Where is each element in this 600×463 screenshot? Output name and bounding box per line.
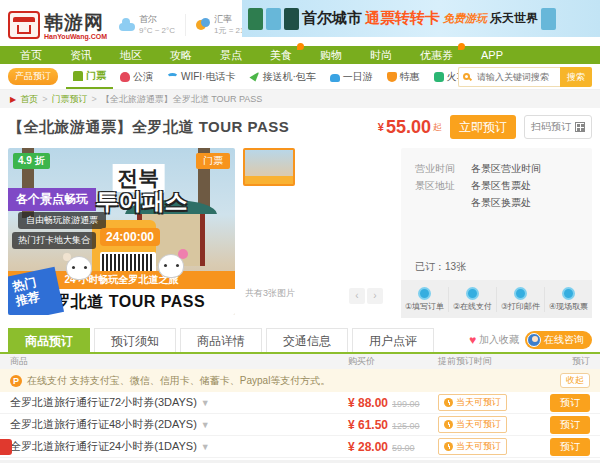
image-korean-title-2: 투어패스 (96, 186, 188, 217)
car-icon (330, 74, 340, 82)
chevron-down-icon[interactable]: ▼ (201, 442, 210, 452)
page-title: 【全北旅游通票】全罗北道 TOUR PASS (8, 118, 289, 137)
hot-icon (458, 43, 465, 50)
table-row: 全罗北道旅行通行证24小时券(1DAYS)▼ ¥ 28.0059.00 当天可预… (0, 436, 600, 458)
tab-booking-notes[interactable]: 预订须知 (94, 328, 176, 352)
breadcrumb-category[interactable]: 门票预订 (51, 93, 87, 106)
image-purple-banner: 各个景点畅玩 (8, 188, 96, 211)
train-icon (434, 72, 444, 82)
nav-item-region[interactable]: 地区 (106, 46, 156, 64)
nav-item-coupon[interactable]: 优惠券 (406, 46, 467, 64)
price-suffix: 起 (433, 121, 442, 134)
add-favorite-button[interactable]: ♥加入收藏 (469, 333, 519, 347)
nav-item-food[interactable]: 美食 (256, 46, 306, 64)
breadcrumb-arrow-icon: ▶ (10, 95, 16, 104)
logo-en-text: HanYouWang.COM (44, 33, 107, 40)
ordered-count: 已订：13张 (415, 260, 578, 274)
nav-item-home[interactable]: 首页 (6, 46, 56, 64)
info-row-hours: 营业时间 各景区营业时间 (415, 160, 578, 177)
search-box: 搜索 (458, 67, 592, 87)
thumb-prev-button[interactable]: ‹ (349, 288, 365, 304)
product-name: 全罗北道旅行通行证72小时券(3DAYS)▼ (10, 395, 348, 410)
cloud-icon (119, 23, 135, 31)
nav-item-app[interactable]: APP (467, 46, 517, 64)
main-nav: 首页 资讯 地区 攻略 景点 美食 购物 时尚 优惠券 APP (0, 46, 600, 64)
subnav-item-transfer[interactable]: 接送机·包车 (242, 64, 322, 89)
avatar (527, 333, 541, 347)
tab-product-booking[interactable]: 商品预订 (8, 328, 90, 352)
chevron-down-icon[interactable]: ▼ (201, 420, 210, 430)
banner-card-image (248, 8, 263, 30)
price-cell: ¥ 61.50125.00 (348, 418, 438, 432)
category-badge: 门票 (196, 153, 230, 169)
online-consult-button[interactable]: 在线咨询 (525, 331, 592, 349)
subnav-item-tickets[interactable]: 门票 (66, 64, 113, 89)
book-button[interactable]: 预订 (550, 438, 590, 456)
top-header: 韩游网 HanYouWang.COM 首尔 9°C ~ 2°C 汇率 1元 = … (0, 0, 600, 46)
qr-code-icon (575, 122, 585, 132)
col-book: 预订 (548, 355, 590, 368)
tab-traffic-info[interactable]: 交通信息 (266, 328, 348, 352)
nav-item-fashion[interactable]: 时尚 (356, 46, 406, 64)
info-row-address: 景区地址 各景区售票处 (415, 177, 578, 194)
page: 韩游网 HanYouWang.COM 首尔 9°C ~ 2°C 汇率 1元 = … (0, 0, 600, 463)
banner-card-image (541, 8, 556, 30)
product-main-image[interactable]: 4.9 折 门票 전북 투어패스 各个景点畅玩 自由畅玩旅游通票 热门打卡地大集… (8, 148, 235, 315)
banner-card-image (266, 8, 281, 30)
coins-icon (196, 18, 210, 32)
nav-item-sights[interactable]: 景点 (206, 46, 256, 64)
info-row-address-2: 各景区换票处 (415, 194, 578, 211)
book-button[interactable]: 预订 (550, 416, 590, 434)
nav-item-news[interactable]: 资讯 (56, 46, 106, 64)
subnav-item-daytour[interactable]: 一日游 (323, 64, 380, 89)
shield-icon (466, 287, 479, 300)
breadcrumb: ▶ 首页 > 门票预订 > 【全北旅游通票】全罗北道 TOUR PASS (0, 90, 600, 108)
weather-temp: 9°C ~ 2°C (139, 25, 175, 36)
table-row: 全罗北道旅行通行证48小时券(2DAYS)▼ ¥ 61.50125.00 当天可… (0, 414, 600, 436)
search-input[interactable] (458, 67, 560, 87)
breadcrumb-home[interactable]: 首页 (20, 93, 38, 106)
advance-cell: 当天可预订 (438, 416, 548, 433)
payment-notice-text: 在线支付 支持支付宝、微信、信用卡、储蓄卡、Paypal等支付方式。 (27, 374, 330, 388)
airplane-icon (249, 72, 259, 82)
banner-ad[interactable]: 首尔城市 通票转转卡 免费游玩 乐天世界 (242, 0, 600, 37)
breadcrumb-separator: > (91, 94, 96, 104)
step-pay-online: ②在线支付 (448, 287, 496, 312)
weather-city: 首尔 (139, 14, 175, 25)
booking-steps: ①填写订单 ②在线支付 ③打印邮件 ④现场取票 (401, 280, 592, 318)
info-value: 各景区售票处 (471, 177, 531, 194)
product-name: 全罗北道旅行通行证24小时券(1DAYS)▼ (10, 439, 348, 454)
book-now-button[interactable]: 立即预订 (450, 115, 516, 139)
advance-cell: 当天可预订 (438, 394, 548, 411)
search-button[interactable]: 搜索 (560, 67, 592, 87)
chevron-down-icon[interactable]: ▼ (201, 398, 210, 408)
image-pill-1: 自由畅玩旅游通票 (18, 212, 106, 229)
table-header: 商品 购买价 提前预订时间 预订 (0, 354, 600, 369)
site-logo[interactable]: 韩游网 HanYouWang.COM (8, 10, 107, 40)
clock-icon (444, 398, 453, 407)
tab-product-details[interactable]: 商品详情 (180, 328, 262, 352)
clock-icon (444, 442, 453, 451)
qr-book-button[interactable]: 扫码预订 (524, 115, 592, 139)
discount-badge: 4.9 折 (13, 153, 50, 169)
floating-widget[interactable] (0, 439, 12, 455)
info-label (415, 194, 471, 211)
nav-item-shopping[interactable]: 购物 (306, 46, 356, 64)
info-label: 景区地址 (415, 177, 471, 194)
subnav-item-wifi[interactable]: WIFI·电话卡 (160, 64, 242, 89)
nav-item-guide[interactable]: 攻略 (156, 46, 206, 64)
subnav-item-shows[interactable]: 公演 (113, 64, 160, 89)
info-value: 各景区营业时间 (471, 160, 541, 177)
book-button[interactable]: 预订 (550, 394, 590, 412)
subnav-item-deals[interactable]: 特惠 (380, 64, 427, 89)
thumbnail-image[interactable] (243, 148, 295, 186)
collapse-tag[interactable]: 收起 (560, 373, 590, 388)
theater-icon (120, 72, 130, 82)
price-cell: ¥ 88.00199.00 (348, 396, 438, 410)
shield-icon (514, 287, 527, 300)
tab-user-reviews[interactable]: 用户点评 (352, 328, 434, 352)
thumb-next-button[interactable]: › (367, 288, 383, 304)
product-header: 【全北旅游通票】全罗北道 TOUR PASS ¥ 55.00 起 立即预订 扫码… (0, 108, 600, 146)
table-row: 全罗北道旅行通行证72小时券(3DAYS)▼ ¥ 88.00199.00 当天可… (0, 392, 600, 414)
image-pill-2: 热门打卡地大集合 (12, 232, 96, 249)
